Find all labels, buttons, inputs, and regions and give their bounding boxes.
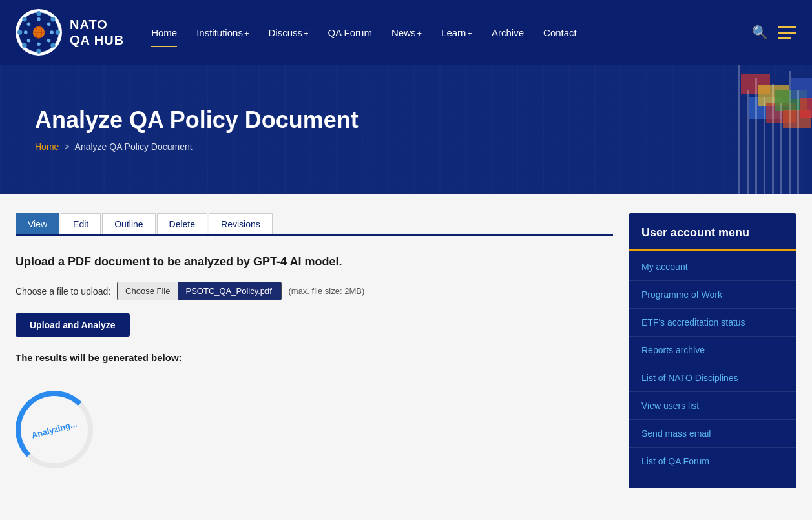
site-header: NATO QA HUB Home Institutions+ Discuss+ … <box>0 0 812 65</box>
tab-delete[interactable]: Delete <box>157 213 207 234</box>
choose-file-button[interactable]: Choose File <box>118 282 178 300</box>
nav-news[interactable]: News+ <box>384 22 430 43</box>
sidebar-item-reports-archive[interactable]: Reports archive <box>629 337 796 364</box>
file-name-display: PSOTC_QA_Policy.pdf <box>178 282 281 300</box>
svg-point-15 <box>24 30 28 34</box>
sidebar-link-reports-archive[interactable]: Reports archive <box>641 345 705 355</box>
logo-svg <box>17 11 60 54</box>
sidebar-item-qa-forum[interactable]: List of QA Forum <box>629 448 796 475</box>
results-title: The results will be generated below: <box>16 352 613 363</box>
file-upload-label: Choose a file to upload: <box>16 286 110 296</box>
nav-qa-forum[interactable]: QA Forum <box>320 22 380 43</box>
sidebar-item-etf-accreditation[interactable]: ETF's accreditation status <box>629 309 796 337</box>
nav-learn[interactable]: Learn+ <box>433 22 480 43</box>
logo-area[interactable]: NATO QA HUB <box>16 9 124 56</box>
svg-point-12 <box>47 39 51 42</box>
main-nav: Home Institutions+ Discuss+ QA Forum New… <box>143 22 752 43</box>
hero-banner: Analyze QA Policy Document Home > Analyz… <box>0 65 812 194</box>
logo-text: NATO QA HUB <box>70 17 124 48</box>
breadcrumb: Home > Analyze QA Policy Document <box>35 141 777 152</box>
sidebar-link-send-mass-email[interactable]: Send mass email <box>641 428 711 439</box>
svg-point-3 <box>56 30 60 34</box>
analyzing-container: Analyzing... <box>16 384 613 475</box>
sidebar-item-nato-disciplines[interactable]: List of NATO Disciplines <box>629 364 796 392</box>
upload-section-title: Upload a PDF document to be analyzed by … <box>16 255 613 269</box>
nav-discuss[interactable]: Discuss+ <box>260 22 316 43</box>
nav-institutions[interactable]: Institutions+ <box>189 22 256 43</box>
breadcrumb-home-link[interactable]: Home <box>35 141 59 152</box>
sidebar-item-programme-of-work[interactable]: Programme of Work <box>629 281 796 309</box>
svg-point-16 <box>27 22 30 26</box>
upload-analyze-button[interactable]: Upload and Analyze <box>16 313 130 337</box>
hero-content: Analyze QA Policy Document Home > Analyz… <box>35 107 777 152</box>
svg-point-6 <box>22 43 26 48</box>
content-tabs: View Edit Outline Delete Revisions <box>16 213 613 236</box>
file-input-wrapper: Choose File PSOTC_QA_Policy.pdf <box>117 282 282 300</box>
search-icon[interactable]: 🔍 <box>752 25 768 40</box>
svg-point-10 <box>47 22 51 26</box>
breadcrumb-separator: > <box>64 141 69 152</box>
svg-point-2 <box>50 17 55 21</box>
sidebar-link-programme-of-work[interactable]: Programme of Work <box>641 289 722 300</box>
sidebar-link-nato-disciplines[interactable]: List of NATO Disciplines <box>641 373 738 383</box>
svg-point-14 <box>27 39 30 42</box>
svg-point-8 <box>22 17 26 21</box>
svg-point-9 <box>37 17 41 21</box>
svg-point-5 <box>36 49 41 54</box>
user-account-sidebar: User account menu My account Programme o… <box>629 213 796 488</box>
page-title: Analyze QA Policy Document <box>35 107 777 134</box>
nav-home[interactable]: Home <box>143 22 185 43</box>
analyzing-spinner: Analyzing... <box>16 391 93 468</box>
sidebar-link-view-users[interactable]: View users list <box>641 400 699 411</box>
tab-edit[interactable]: Edit <box>61 213 101 234</box>
tab-view[interactable]: View <box>16 213 59 234</box>
sidebar-link-etf-accreditation[interactable]: ETF's accreditation status <box>641 317 745 328</box>
tab-revisions[interactable]: Revisions <box>209 213 273 234</box>
svg-point-11 <box>50 30 54 34</box>
sidebar-item-view-users[interactable]: View users list <box>629 392 796 420</box>
sidebar-link-qa-forum[interactable]: List of QA Forum <box>641 456 709 466</box>
file-upload-row: Choose a file to upload: Choose File PSO… <box>16 282 613 300</box>
svg-point-1 <box>36 11 41 16</box>
svg-point-13 <box>37 43 41 47</box>
sidebar-item-my-account[interactable]: My account <box>629 253 796 281</box>
sidebar-item-send-mass-email[interactable]: Send mass email <box>629 420 796 448</box>
sidebar-title: User account menu <box>629 226 796 251</box>
header-icons: 🔍 <box>752 25 796 40</box>
nav-contact[interactable]: Contact <box>536 22 585 43</box>
sidebar-link-my-account[interactable]: My account <box>641 262 688 272</box>
svg-point-4 <box>50 43 55 48</box>
tab-outline[interactable]: Outline <box>102 213 155 234</box>
hamburger-menu-icon[interactable] <box>778 26 796 39</box>
logo-circle <box>16 9 62 56</box>
nav-archive[interactable]: Archive <box>484 22 532 43</box>
main-wrapper: View Edit Outline Delete Revisions Uploa… <box>0 213 812 488</box>
svg-point-7 <box>17 30 22 34</box>
results-divider <box>16 371 613 371</box>
file-size-hint: (max. file size: 2MB) <box>288 286 364 296</box>
content-area: View Edit Outline Delete Revisions Uploa… <box>16 213 613 488</box>
breadcrumb-current-page: Analyze QA Policy Document <box>75 141 193 152</box>
